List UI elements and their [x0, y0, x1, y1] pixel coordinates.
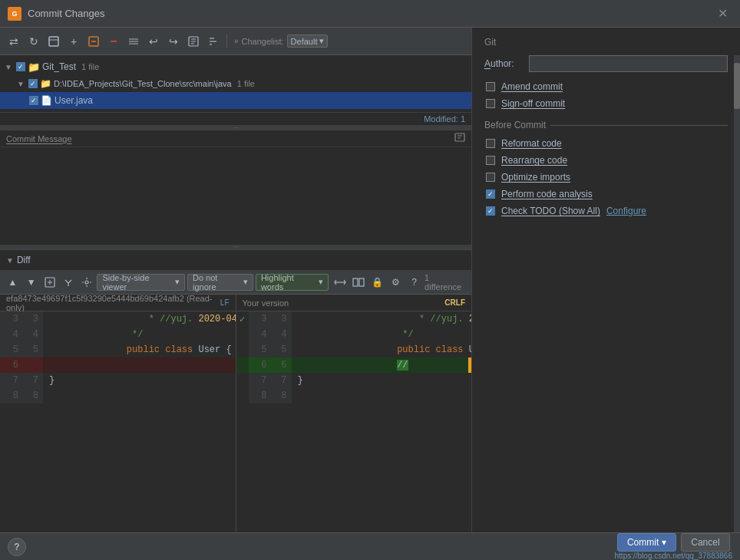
help-button[interactable]: ?	[8, 538, 26, 556]
root-count: 1 file	[81, 62, 99, 71]
reformat-label[interactable]: Reformat code	[501, 138, 562, 149]
next-diff-btn[interactable]: ▼	[23, 274, 39, 291]
diff-line-right-6: 6 6 //	[236, 357, 472, 373]
right-panel: Git Author: Amend commit Sign-off commit…	[472, 28, 740, 560]
root-checkbox[interactable]: ✓	[16, 62, 25, 71]
undo-btn[interactable]: ↩	[144, 32, 163, 51]
lock-btn[interactable]: 🔒	[369, 274, 385, 291]
root-name: Git_Test	[42, 61, 76, 72]
diff-line-right-8: 8 8	[236, 388, 472, 404]
bottom-right: Commit ▾ Cancel https://blog.csdn.net/qq…	[615, 533, 732, 560]
revert-diff-btn[interactable]	[60, 274, 76, 291]
before-commit-title: Before Commit	[484, 120, 728, 130]
sort-btn[interactable]	[204, 32, 223, 51]
refresh-btn[interactable]: ↻	[25, 32, 43, 51]
author-input[interactable]	[529, 55, 728, 72]
new-changelist-btn[interactable]	[84, 32, 103, 51]
diff-left-side[interactable]: 3 3 * //yuj. 2020-04-08 13:40 4 4 */	[0, 311, 236, 552]
crlf-badge: CRLF	[444, 298, 465, 307]
path-count: 1 file	[237, 79, 255, 88]
history-btn[interactable]	[184, 32, 203, 51]
diff-file-headers: efa8473e49697f1c5f93290e5444bd69b424afb2…	[0, 295, 471, 311]
modified-label: Modified: 1	[424, 114, 465, 124]
signoff-checkbox[interactable]	[486, 99, 495, 108]
commit-message-input[interactable]	[0, 147, 471, 245]
changelist-label-area: » Changelist: Default ▾	[234, 35, 328, 48]
reformat-checkbox[interactable]	[486, 139, 495, 148]
revert-btn[interactable]: ↪	[164, 32, 183, 51]
highlight-dropdown[interactable]: Highlight words ▾	[256, 274, 329, 291]
tree-root-row[interactable]: ▼ ✓ 📁 Git_Test 1 file	[0, 58, 471, 75]
apply-diff-btn[interactable]	[41, 274, 58, 291]
prev-diff-btn[interactable]: ▲	[5, 274, 21, 291]
changelist-prefix-label: Changelist:	[242, 37, 284, 46]
close-button[interactable]: ✕	[713, 5, 732, 22]
app-icon: G	[8, 7, 21, 21]
author-label-text: uthor:	[491, 58, 514, 69]
view-mode-btn[interactable]	[351, 274, 367, 291]
configure-link[interactable]: Configure	[606, 206, 646, 216]
svg-text:G: G	[12, 10, 17, 18]
sync-scroll-btn[interactable]	[332, 274, 349, 291]
diff-left-header: efa8473e49697f1c5f93290e5444bd69b424afb2…	[0, 295, 236, 311]
highlight-selected: Highlight words	[261, 273, 316, 292]
perform-analysis-label[interactable]: Perform code analysis	[501, 189, 593, 199]
rearrange-label[interactable]: Rearrange code	[501, 155, 567, 166]
right-scrollbar[interactable]	[734, 55, 740, 532]
move-btn[interactable]	[124, 32, 143, 51]
bottom-bar: ? Commit ▾ Cancel https://blog.csdn.net/…	[0, 532, 740, 560]
help-diff-btn[interactable]: ?	[406, 274, 422, 291]
remove-btn[interactable]: −	[104, 32, 123, 51]
commit-message-header: Commit Message	[0, 130, 471, 147]
path-checkbox[interactable]: ✓	[28, 79, 38, 88]
highlight-arrow-icon: ▾	[319, 277, 323, 287]
commit-button[interactable]: Commit ▾	[617, 533, 676, 552]
file-checkbox[interactable]: ✓	[29, 96, 38, 105]
left-panel: ⇄ ↻ + − ↩ ↪ » Changelist:	[0, 28, 472, 560]
diff-line-left-5: 5 5 public class User {	[0, 342, 236, 357]
right-file-name: Your version	[243, 298, 289, 308]
path-label: D:\IDEA_Projects\Git_Test_Clone\src\main…	[54, 79, 232, 88]
amend-commit-row: Amend commit	[484, 81, 728, 92]
tree-path-row[interactable]: ▼ ✓ 📁 D:\IDEA_Projects\Git_Test_Clone\sr…	[0, 75, 471, 92]
file-name: User.java	[55, 95, 93, 106]
optimize-checkbox[interactable]	[486, 173, 495, 182]
commit-message-section: Commit Message	[0, 130, 471, 245]
svg-rect-26	[359, 278, 364, 286]
gear-settings-btn[interactable]: ⚙	[388, 274, 404, 291]
jump-btn[interactable]: ⇄	[5, 32, 23, 51]
ignore-dropdown[interactable]: Do not ignore ▾	[187, 274, 253, 291]
author-label: Author:	[484, 58, 523, 69]
tree-file-row[interactable]: ✓ 📄 User.java	[0, 92, 471, 109]
diff-line-left-8: 8 8	[0, 388, 236, 404]
check-todo-label[interactable]: Check TODO (Show All)	[501, 206, 600, 216]
amend-commit-checkbox[interactable]	[486, 82, 495, 91]
cancel-button[interactable]: Cancel	[681, 533, 729, 552]
file-tree: ▼ ✓ 📁 Git_Test 1 file ▼ ✓ 📁 D:\IDEA_Proj…	[0, 55, 471, 112]
diff-content: 3 3 * //yuj. 2020-04-08 13:40 4 4 */	[0, 311, 471, 552]
signoff-label[interactable]: Sign-off commit	[501, 98, 565, 109]
viewer-dropdown[interactable]: Side-by-side viewer ▾	[97, 274, 185, 291]
perform-analysis-checkbox[interactable]: ✓	[486, 189, 495, 199]
diff-right-side[interactable]: ✓ 3 3 * //yuj. 2020-04-08 13:40 4	[236, 311, 472, 552]
right-scrollbar-thumb	[734, 63, 740, 109]
lf-badge: LF	[220, 298, 230, 307]
changelist-dropdown[interactable]: Default ▾	[287, 35, 329, 48]
toolbar-sep-1	[226, 35, 227, 48]
svg-rect-16	[455, 133, 464, 141]
perform-analysis-row: ✓ Perform code analysis	[484, 189, 728, 199]
commit-settings-btn[interactable]	[45, 32, 63, 51]
rearrange-checkbox[interactable]	[486, 156, 495, 165]
optimize-label[interactable]: Optimize imports	[501, 172, 570, 183]
diff-settings-btn[interactable]	[78, 274, 94, 291]
commit-button-label: Commit	[627, 537, 659, 548]
diff-count: 1 difference	[425, 273, 467, 292]
more-btn[interactable]: »	[234, 37, 239, 45]
diff-toolbar: ▲ ▼ Side-by-side viewer ▾ Do not ignore	[0, 270, 471, 295]
add-btn[interactable]: +	[64, 32, 83, 51]
check-todo-checkbox[interactable]: ✓	[486, 206, 495, 216]
title-bar: G Commit Changes ✕	[0, 0, 740, 28]
line-num-2: 3	[23, 311, 43, 327]
amend-commit-label[interactable]: Amend commit	[501, 81, 563, 92]
diff-right-header: Your version CRLF	[236, 295, 472, 311]
